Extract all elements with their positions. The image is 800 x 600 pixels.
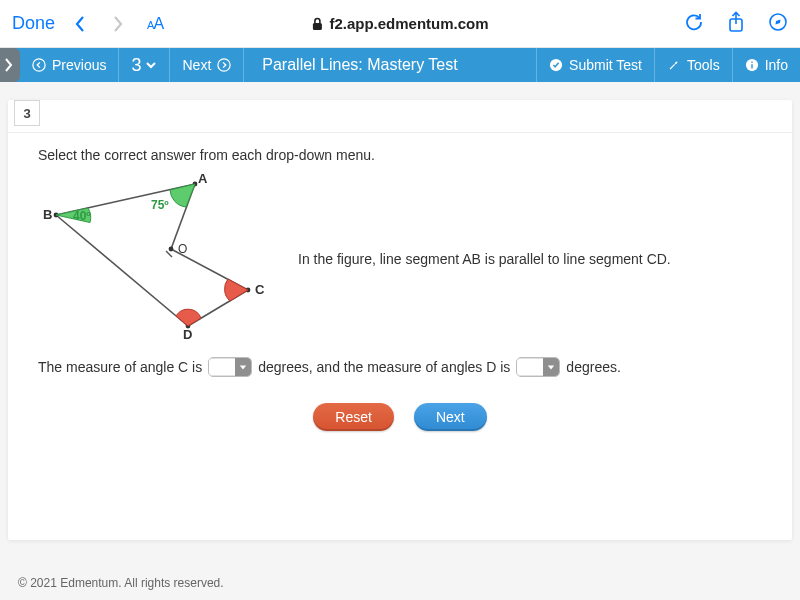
address-bar[interactable]: f2.app.edmentum.com (311, 15, 488, 32)
svg-text:A: A (198, 171, 208, 186)
svg-point-5 (33, 59, 45, 71)
svg-text:D: D (183, 327, 192, 342)
svg-text:C: C (255, 282, 265, 297)
question-badge: 3 (14, 100, 40, 126)
compass-button[interactable] (768, 12, 788, 36)
drawer-handle[interactable] (0, 48, 20, 82)
text-size-button[interactable]: AA (147, 15, 163, 33)
svg-line-11 (56, 215, 188, 326)
svg-point-18 (169, 247, 174, 252)
question-selector[interactable]: 3 (119, 48, 170, 82)
wrench-icon (667, 58, 681, 72)
figure-caption: In the figure, line segment AB is parall… (298, 251, 671, 267)
chevron-down-icon (145, 59, 157, 71)
question-number: 3 (131, 55, 141, 76)
browser-bar: Done AA f2.app.edmentum.com (0, 0, 800, 48)
svg-rect-0 (313, 23, 322, 30)
footer-text: © 2021 Edmentum. All rights reserved. (18, 576, 224, 590)
previous-label: Previous (52, 57, 106, 73)
svg-marker-30 (548, 365, 554, 369)
page-title: Parallel Lines: Mastery Test (244, 48, 536, 82)
svg-marker-29 (240, 365, 246, 369)
next-label-top: Next (182, 57, 211, 73)
angle-d-dropdown[interactable] (516, 357, 560, 377)
previous-button[interactable]: Previous (24, 48, 119, 82)
check-circle-icon (549, 58, 563, 72)
answer-text-1: The measure of angle C is (38, 359, 202, 375)
instruction-text: Select the correct answer from each drop… (38, 147, 762, 163)
submit-test-button[interactable]: Submit Test (536, 48, 654, 82)
svg-line-21 (166, 251, 172, 257)
tools-label: Tools (687, 57, 720, 73)
answer-text-3: degrees. (566, 359, 620, 375)
answer-sentence: The measure of angle C is degrees, and t… (38, 357, 762, 377)
done-button[interactable]: Done (12, 13, 55, 34)
info-button[interactable]: Info (732, 48, 800, 82)
geometry-figure: A B C D O 75º 40º (38, 179, 258, 339)
svg-marker-4 (776, 19, 781, 24)
answer-text-2: degrees, and the measure of angles D is (258, 359, 510, 375)
submit-label: Submit Test (569, 57, 642, 73)
url-text: f2.app.edmentum.com (329, 15, 488, 32)
question-panel: 3 Select the correct answer from each dr… (8, 100, 792, 540)
svg-rect-9 (751, 64, 752, 68)
svg-rect-10 (751, 62, 752, 63)
reload-button[interactable] (684, 12, 704, 36)
info-label: Info (765, 57, 788, 73)
svg-text:40º: 40º (73, 209, 91, 223)
svg-text:O: O (178, 242, 187, 256)
next-button-top[interactable]: Next (170, 48, 244, 82)
lock-icon (311, 17, 323, 31)
next-button[interactable]: Next (414, 403, 487, 431)
reset-button[interactable]: Reset (313, 403, 394, 431)
back-button[interactable] (69, 15, 91, 33)
forward-button (107, 15, 129, 33)
svg-text:75º: 75º (151, 198, 169, 212)
arrow-right-icon (217, 58, 231, 72)
tools-button[interactable]: Tools (654, 48, 732, 82)
app-bar: Previous 3 Next Parallel Lines: Mastery … (0, 48, 800, 82)
info-icon (745, 58, 759, 72)
arrow-left-icon (32, 58, 46, 72)
angle-c-dropdown[interactable] (208, 357, 252, 377)
share-button[interactable] (726, 11, 746, 37)
svg-text:B: B (43, 207, 52, 222)
svg-point-6 (218, 59, 230, 71)
